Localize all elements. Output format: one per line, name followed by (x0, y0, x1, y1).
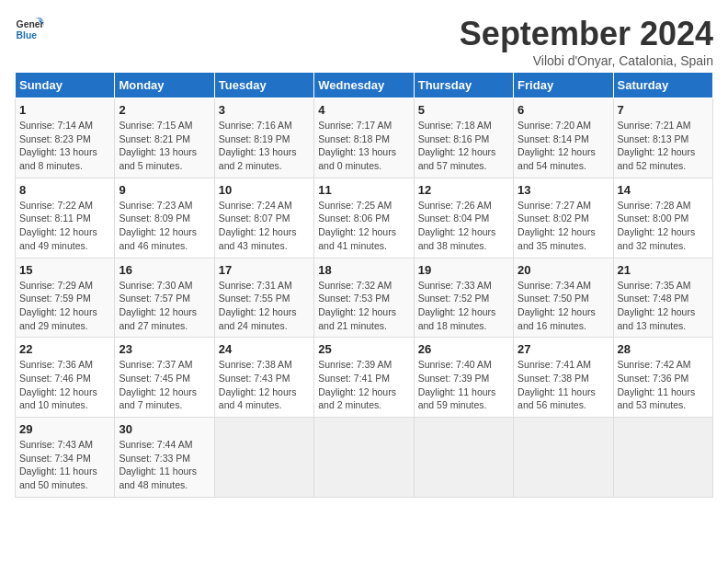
calendar-week-row: 8Sunrise: 7:22 AMSunset: 8:11 PMDaylight… (16, 178, 713, 258)
day-number: 15 (19, 263, 110, 277)
sunrise-text: Sunrise: 7:36 AM (19, 359, 93, 370)
sunset-text: Sunset: 7:55 PM (219, 293, 290, 304)
day-number: 13 (518, 183, 609, 197)
month-title: September 2024 (460, 15, 713, 53)
title-area: September 2024 Vilobi d'Onyar, Catalonia… (460, 15, 713, 68)
day-number: 14 (618, 183, 709, 197)
daylight-text: Daylight: 12 hours and 13 minutes. (618, 306, 696, 331)
sunrise-text: Sunrise: 7:28 AM (618, 200, 691, 211)
daylight-text: Daylight: 12 hours and 41 minutes. (318, 226, 396, 251)
header-monday: Monday (115, 73, 214, 98)
sunset-text: Sunset: 8:11 PM (19, 213, 91, 224)
daylight-text: Daylight: 12 hours and 24 minutes. (219, 306, 297, 331)
svg-text:Blue: Blue (17, 30, 38, 40)
sunset-text: Sunset: 8:04 PM (418, 213, 490, 224)
table-row: 7Sunrise: 7:21 AMSunset: 8:13 PMDaylight… (613, 98, 712, 178)
sunrise-text: Sunrise: 7:25 AM (318, 200, 392, 211)
day-info: Sunrise: 7:43 AMSunset: 7:34 PMDaylight:… (19, 438, 110, 492)
daylight-text: Daylight: 11 hours and 53 minutes. (618, 386, 696, 411)
daylight-text: Daylight: 12 hours and 16 minutes. (518, 306, 596, 331)
page-header: General Blue September 2024 Vilobi d'Ony… (15, 15, 713, 68)
sunset-text: Sunset: 7:48 PM (618, 293, 689, 304)
calendar-table: Sunday Monday Tuesday Wednesday Thursday… (15, 72, 713, 498)
daylight-text: Daylight: 12 hours and 38 minutes. (418, 226, 496, 251)
daylight-text: Daylight: 12 hours and 43 minutes. (219, 226, 297, 251)
table-row (214, 418, 313, 498)
sunset-text: Sunset: 8:18 PM (318, 133, 390, 144)
sunset-text: Sunset: 8:09 PM (119, 213, 190, 224)
header-tuesday: Tuesday (214, 73, 313, 98)
day-info: Sunrise: 7:38 AMSunset: 7:43 PMDaylight:… (219, 358, 310, 412)
table-row: 11Sunrise: 7:25 AMSunset: 8:06 PMDayligh… (314, 178, 414, 258)
daylight-text: Daylight: 12 hours and 49 minutes. (19, 226, 97, 251)
day-info: Sunrise: 7:32 AMSunset: 7:53 PMDaylight:… (318, 279, 409, 333)
day-number: 5 (418, 103, 509, 117)
sunrise-text: Sunrise: 7:39 AM (318, 359, 392, 370)
table-row (414, 418, 513, 498)
daylight-text: Daylight: 12 hours and 52 minutes. (618, 146, 696, 171)
sunrise-text: Sunrise: 7:30 AM (119, 280, 192, 291)
day-info: Sunrise: 7:30 AMSunset: 7:57 PMDaylight:… (119, 279, 210, 333)
sunset-text: Sunset: 8:23 PM (19, 133, 91, 144)
day-info: Sunrise: 7:34 AMSunset: 7:50 PMDaylight:… (518, 279, 609, 333)
sunrise-text: Sunrise: 7:40 AM (418, 359, 492, 370)
sunset-text: Sunset: 8:13 PM (618, 133, 689, 144)
day-info: Sunrise: 7:33 AMSunset: 7:52 PMDaylight:… (418, 279, 509, 333)
sunset-text: Sunset: 7:59 PM (19, 293, 91, 304)
day-info: Sunrise: 7:35 AMSunset: 7:48 PMDaylight:… (618, 279, 709, 333)
table-row: 26Sunrise: 7:40 AMSunset: 7:39 PMDayligh… (414, 338, 513, 418)
day-info: Sunrise: 7:15 AMSunset: 8:21 PMDaylight:… (119, 119, 210, 173)
day-info: Sunrise: 7:24 AMSunset: 8:07 PMDaylight:… (219, 199, 310, 253)
day-number: 19 (418, 263, 509, 277)
daylight-text: Daylight: 12 hours and 35 minutes. (518, 226, 596, 251)
day-info: Sunrise: 7:21 AMSunset: 8:13 PMDaylight:… (618, 119, 709, 173)
sunrise-text: Sunrise: 7:27 AM (518, 200, 591, 211)
location-subtitle: Vilobi d'Onyar, Catalonia, Spain (460, 53, 713, 68)
day-info: Sunrise: 7:14 AMSunset: 8:23 PMDaylight:… (19, 119, 110, 173)
sunset-text: Sunset: 7:50 PM (518, 293, 589, 304)
sunset-text: Sunset: 8:00 PM (618, 213, 689, 224)
day-number: 12 (418, 183, 509, 197)
sunset-text: Sunset: 7:34 PM (19, 453, 91, 464)
table-row: 21Sunrise: 7:35 AMSunset: 7:48 PMDayligh… (613, 258, 712, 338)
table-row: 15Sunrise: 7:29 AMSunset: 7:59 PMDayligh… (16, 258, 115, 338)
daylight-text: Daylight: 12 hours and 29 minutes. (19, 306, 97, 331)
day-number: 17 (219, 263, 310, 277)
daylight-text: Daylight: 12 hours and 7 minutes. (119, 386, 197, 411)
day-number: 29 (19, 422, 110, 436)
sunrise-text: Sunrise: 7:32 AM (318, 280, 392, 291)
daylight-text: Daylight: 12 hours and 2 minutes. (318, 386, 396, 411)
calendar-week-row: 15Sunrise: 7:29 AMSunset: 7:59 PMDayligh… (16, 258, 713, 338)
day-info: Sunrise: 7:22 AMSunset: 8:11 PMDaylight:… (19, 199, 110, 253)
day-number: 8 (19, 183, 110, 197)
sunrise-text: Sunrise: 7:34 AM (518, 280, 591, 291)
table-row: 4Sunrise: 7:17 AMSunset: 8:18 PMDaylight… (314, 98, 414, 178)
table-row: 6Sunrise: 7:20 AMSunset: 8:14 PMDaylight… (514, 98, 613, 178)
day-number: 27 (518, 342, 609, 356)
sunset-text: Sunset: 7:33 PM (119, 453, 190, 464)
sunrise-text: Sunrise: 7:23 AM (119, 200, 192, 211)
sunrise-text: Sunrise: 7:16 AM (219, 120, 292, 131)
calendar-header-row: Sunday Monday Tuesday Wednesday Thursday… (16, 73, 713, 98)
day-number: 22 (19, 342, 110, 356)
day-info: Sunrise: 7:36 AMSunset: 7:46 PMDaylight:… (19, 358, 110, 412)
day-info: Sunrise: 7:18 AMSunset: 8:16 PMDaylight:… (418, 119, 509, 173)
day-number: 16 (119, 263, 210, 277)
day-info: Sunrise: 7:39 AMSunset: 7:41 PMDaylight:… (318, 358, 409, 412)
sunrise-text: Sunrise: 7:18 AM (418, 120, 492, 131)
sunset-text: Sunset: 7:46 PM (19, 373, 91, 384)
logo-icon: General Blue (15, 15, 44, 44)
day-number: 6 (518, 103, 609, 117)
sunset-text: Sunset: 7:53 PM (318, 293, 390, 304)
daylight-text: Daylight: 13 hours and 8 minutes. (19, 146, 97, 171)
table-row: 24Sunrise: 7:38 AMSunset: 7:43 PMDayligh… (214, 338, 313, 418)
table-row: 30Sunrise: 7:44 AMSunset: 7:33 PMDayligh… (115, 418, 214, 498)
header-sunday: Sunday (16, 73, 115, 98)
sunrise-text: Sunrise: 7:14 AM (19, 120, 93, 131)
table-row (514, 418, 613, 498)
sunset-text: Sunset: 7:52 PM (418, 293, 490, 304)
day-number: 10 (219, 183, 310, 197)
sunset-text: Sunset: 8:02 PM (518, 213, 589, 224)
day-info: Sunrise: 7:41 AMSunset: 7:38 PMDaylight:… (518, 358, 609, 412)
day-info: Sunrise: 7:37 AMSunset: 7:45 PMDaylight:… (119, 358, 210, 412)
